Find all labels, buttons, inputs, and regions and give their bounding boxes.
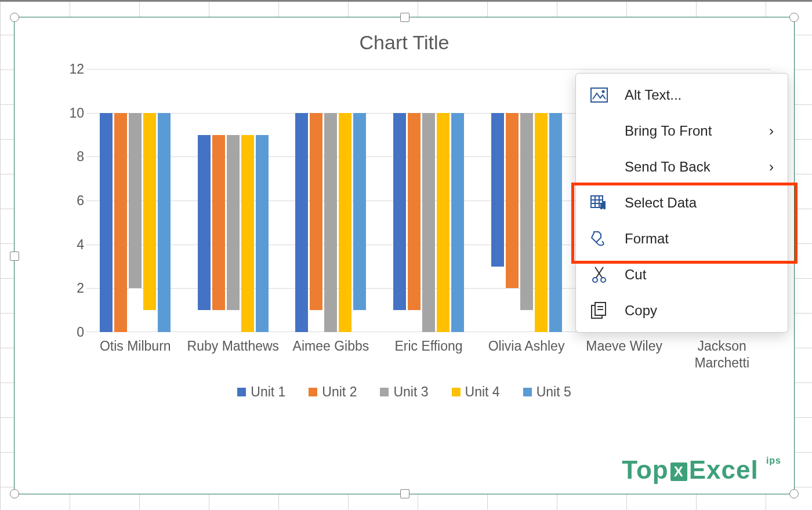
context-menu-label: Alt Text... bbox=[625, 87, 774, 103]
context-menu-item[interactable]: Alt Text... bbox=[576, 77, 788, 113]
legend-label: Unit 1 bbox=[251, 384, 285, 400]
bar[interactable] bbox=[393, 113, 406, 311]
bar[interactable] bbox=[158, 113, 171, 332]
y-tick-label: 12 bbox=[55, 61, 84, 77]
context-menu-label: Cut bbox=[625, 267, 774, 283]
selection-handle[interactable] bbox=[10, 252, 19, 261]
bar[interactable] bbox=[114, 113, 127, 332]
legend-swatch bbox=[309, 388, 317, 396]
bar[interactable] bbox=[295, 113, 308, 332]
svg-rect-8 bbox=[603, 201, 606, 209]
bar-cluster bbox=[477, 113, 575, 332]
x-tick-label: Jackson Marchetti bbox=[673, 338, 771, 371]
legend-item[interactable]: Unit 3 bbox=[380, 384, 428, 400]
svg-point-11 bbox=[593, 278, 597, 282]
bar-cluster bbox=[380, 113, 478, 332]
context-menu-label: Copy bbox=[625, 303, 774, 319]
bar[interactable] bbox=[549, 113, 562, 332]
excel-x-icon: X bbox=[670, 462, 687, 481]
legend[interactable]: Unit 1Unit 2Unit 3Unit 4Unit 5 bbox=[14, 384, 794, 400]
svg-rect-7 bbox=[600, 203, 603, 209]
selection-handle[interactable] bbox=[789, 489, 799, 498]
legend-swatch bbox=[237, 388, 246, 396]
bar[interactable] bbox=[506, 113, 519, 289]
bar[interactable] bbox=[100, 113, 113, 332]
cut-icon bbox=[590, 265, 608, 284]
legend-swatch bbox=[523, 388, 532, 396]
bar[interactable] bbox=[437, 113, 449, 332]
svg-point-12 bbox=[601, 278, 606, 282]
bar[interactable] bbox=[451, 113, 464, 332]
bar[interactable] bbox=[241, 135, 254, 333]
selection-handle[interactable] bbox=[400, 489, 409, 498]
legend-swatch bbox=[452, 388, 461, 396]
bar[interactable] bbox=[520, 113, 533, 311]
legend-item[interactable]: Unit 4 bbox=[452, 384, 500, 400]
selection-handle[interactable] bbox=[789, 13, 799, 22]
svg-line-10 bbox=[596, 267, 603, 278]
context-menu-label: Format bbox=[625, 231, 774, 247]
context-menu-item[interactable]: Cut bbox=[576, 257, 788, 293]
watermark: TopXExcel ips bbox=[622, 456, 781, 485]
y-tick-label: 4 bbox=[55, 236, 84, 252]
bar[interactable] bbox=[310, 113, 322, 311]
bar[interactable] bbox=[422, 113, 435, 332]
category-group bbox=[86, 69, 184, 332]
context-menu-label: Bring To Front bbox=[625, 123, 769, 139]
bar[interactable] bbox=[339, 113, 351, 332]
legend-item[interactable]: Unit 1 bbox=[237, 384, 285, 400]
svg-point-1 bbox=[602, 90, 605, 93]
context-menu-item[interactable]: Format bbox=[576, 221, 788, 257]
bar[interactable] bbox=[535, 113, 548, 332]
legend-item[interactable]: Unit 5 bbox=[523, 384, 571, 400]
y-axis: 024681012 bbox=[55, 69, 84, 332]
copy-icon bbox=[590, 301, 608, 320]
context-menu-item[interactable]: Send To Back› bbox=[576, 149, 788, 185]
x-tick-label: Eric Effiong bbox=[380, 338, 478, 355]
bar[interactable] bbox=[324, 113, 337, 332]
category-group bbox=[282, 69, 380, 332]
selection-handle[interactable] bbox=[10, 13, 19, 22]
svg-rect-0 bbox=[591, 88, 607, 102]
select-data-icon bbox=[590, 194, 608, 212]
blank-icon bbox=[590, 158, 608, 176]
watermark-text: ips bbox=[766, 456, 781, 465]
context-menu[interactable]: Alt Text...Bring To Front›Send To Back›S… bbox=[575, 73, 788, 333]
x-tick-label: Ruby Matthews bbox=[184, 338, 282, 355]
context-menu-item[interactable]: Copy bbox=[576, 293, 788, 329]
bar[interactable] bbox=[408, 113, 420, 311]
bar[interactable] bbox=[256, 135, 269, 333]
x-tick-label: Maeve Wiley bbox=[575, 338, 673, 355]
bar[interactable] bbox=[353, 113, 366, 311]
x-tick-label: Otis Milburn bbox=[86, 338, 184, 355]
legend-label: Unit 2 bbox=[322, 384, 357, 400]
bar[interactable] bbox=[129, 113, 142, 289]
legend-swatch bbox=[380, 388, 389, 396]
alt-text-icon bbox=[590, 86, 608, 104]
bar[interactable] bbox=[212, 135, 225, 311]
context-menu-item[interactable]: Select Data bbox=[576, 185, 788, 221]
bar[interactable] bbox=[143, 113, 156, 311]
bar[interactable] bbox=[227, 135, 240, 311]
y-tick-label: 6 bbox=[55, 193, 84, 209]
y-tick-label: 2 bbox=[55, 280, 84, 296]
bar[interactable] bbox=[198, 135, 211, 311]
y-tick-label: 8 bbox=[55, 149, 84, 165]
bar-cluster bbox=[86, 113, 184, 332]
chart-title[interactable]: Chart Title bbox=[14, 17, 794, 54]
legend-label: Unit 4 bbox=[465, 384, 500, 400]
watermark-text: Top bbox=[622, 456, 668, 484]
context-menu-label: Send To Back bbox=[625, 159, 769, 175]
context-menu-item[interactable]: Bring To Front› bbox=[576, 113, 788, 149]
svg-line-9 bbox=[595, 267, 602, 278]
chevron-right-icon: › bbox=[769, 123, 774, 139]
legend-item[interactable]: Unit 2 bbox=[309, 384, 357, 400]
y-tick-label: 0 bbox=[55, 325, 84, 340]
blank-icon bbox=[590, 122, 608, 140]
selection-handle[interactable] bbox=[400, 13, 409, 22]
x-tick-label: Aimee Gibbs bbox=[282, 338, 380, 355]
window-top-border bbox=[0, 0, 812, 2]
chevron-right-icon: › bbox=[769, 159, 774, 175]
bar[interactable] bbox=[491, 113, 504, 267]
selection-handle[interactable] bbox=[10, 489, 19, 498]
